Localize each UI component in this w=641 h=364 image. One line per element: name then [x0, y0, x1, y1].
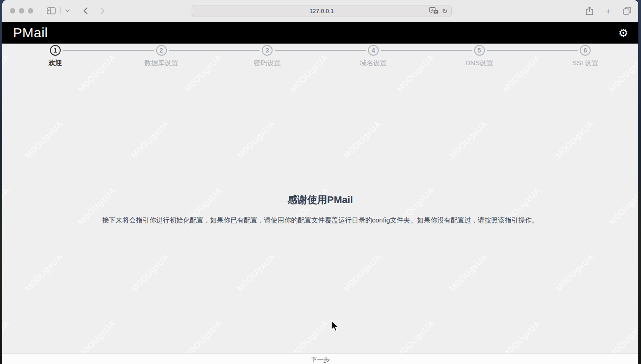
step-number: 6	[580, 45, 591, 56]
share-button[interactable]	[584, 4, 595, 17]
browser-toolbar: 127.0.0.1 A 文 ↻	[2, 0, 638, 22]
svg-text:文: 文	[435, 10, 438, 13]
forward-icon	[100, 7, 105, 14]
sidebar-icon	[47, 7, 56, 14]
app-header: PMail ⚙	[2, 22, 638, 44]
reload-button[interactable]: ↻	[442, 8, 448, 14]
welcome-section: 感谢使用PMail 接下来将会指引你进行初始化配置，如果你已有配置，请使用你的配…	[2, 193, 638, 225]
step-number: 2	[156, 45, 167, 56]
watermark-text: M0OUgxUA	[23, 252, 65, 294]
watermark-text: M0OUgxUA	[341, 252, 383, 294]
setup-page: M0OUgxUAM0OUgxUAM0OUgxUAM0OUgxUAM0OUgxUA…	[2, 44, 638, 364]
step-label: 密码设置	[214, 59, 320, 67]
tab-overview-icon	[623, 7, 631, 15]
step-number: 1	[50, 45, 61, 56]
watermark-text: M0OUgxUA	[448, 252, 489, 294]
watermark-text: M0OUgxUA	[554, 252, 596, 294]
footer-bar: 下一步	[2, 353, 638, 364]
watermark-text: M0OUgxUA	[341, 119, 383, 161]
sidebar-menu-button[interactable]	[63, 8, 72, 14]
address-bar[interactable]: 127.0.0.1 A 文 ↻	[192, 5, 452, 17]
watermark-text: M0OUgxUA	[129, 119, 171, 161]
step-label: 数据库设置	[108, 59, 215, 67]
translate-button[interactable]: A 文	[429, 7, 439, 15]
watermark-text: M0OUgxUA	[235, 252, 277, 294]
translate-icon: A 文	[429, 7, 439, 15]
back-button[interactable]	[81, 5, 90, 16]
zoom-window-button[interactable]	[28, 8, 33, 13]
step-2: 2数据库设置	[108, 45, 215, 67]
new-tab-button[interactable]: +	[604, 4, 613, 18]
toolbar-separator	[60, 7, 61, 14]
step-1: 1欢迎	[2, 45, 108, 67]
chevron-down-icon	[65, 9, 70, 12]
step-3: 3密码设置	[214, 45, 320, 67]
watermark-text: M0OUgxUA	[235, 119, 277, 161]
step-label: 欢迎	[2, 59, 108, 67]
tab-overview-button[interactable]	[621, 5, 633, 17]
traffic-lights	[10, 8, 33, 13]
watermark-text: M0OUgxUA	[448, 119, 489, 161]
back-icon	[83, 7, 88, 14]
watermark-text: M0OUgxUA	[554, 119, 596, 161]
step-label: DNS设置	[426, 59, 533, 67]
stepper: 1欢迎2数据库设置3密码设置4域名设置5DNS设置6SSL设置	[2, 44, 638, 67]
app-title: PMail	[13, 25, 48, 40]
step-number: 4	[368, 45, 379, 56]
url-text: 127.0.0.1	[309, 8, 334, 14]
watermark-text: M0OUgxUA	[23, 119, 65, 161]
gear-icon[interactable]: ⚙	[619, 27, 628, 39]
reload-icon: ↻	[442, 8, 448, 14]
sidebar-toggle-button[interactable]	[45, 5, 58, 16]
step-number: 3	[262, 45, 273, 56]
share-icon	[586, 6, 593, 15]
step-label: 域名设置	[320, 59, 426, 67]
next-step-button[interactable]: 下一步	[311, 354, 330, 364]
browser-window: 127.0.0.1 A 文 ↻	[2, 0, 638, 364]
step-6: 6SSL设置	[532, 45, 638, 67]
welcome-description: 接下来将会指引你进行初始化配置，如果你已有配置，请使用你的配置文件覆盖运行目录的…	[2, 216, 638, 225]
new-tab-icon: +	[605, 6, 611, 16]
step-5: 5DNS设置	[426, 45, 533, 67]
close-window-button[interactable]	[10, 8, 15, 13]
watermark-text: M0OUgxUA	[129, 252, 171, 294]
step-4: 4域名设置	[320, 45, 426, 67]
forward-button[interactable]	[99, 5, 107, 16]
step-label: SSL设置	[532, 59, 638, 67]
svg-text:A: A	[431, 8, 434, 12]
step-number: 5	[474, 45, 485, 56]
welcome-title: 感谢使用PMail	[2, 193, 638, 207]
minimize-window-button[interactable]	[19, 8, 24, 13]
